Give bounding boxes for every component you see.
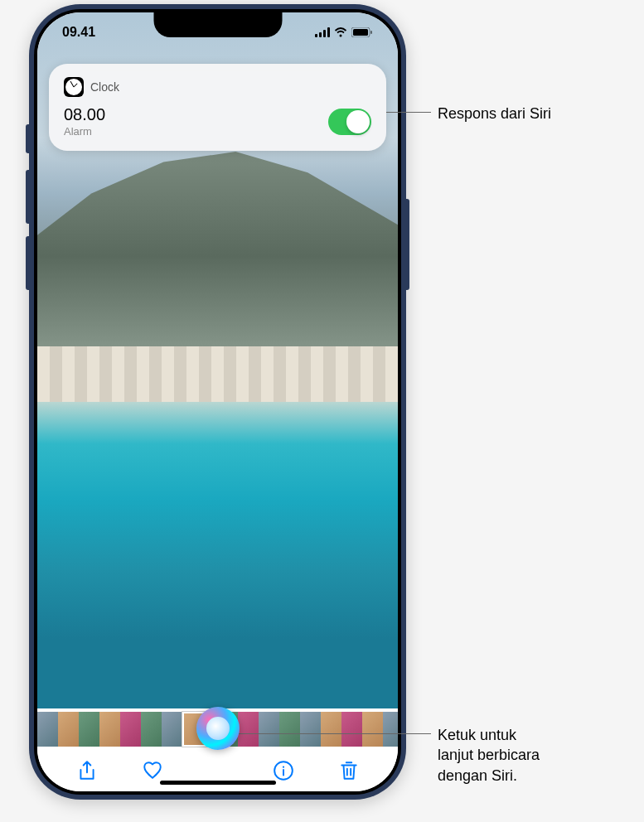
svg-rect-0 <box>315 34 317 37</box>
phone-frame: 09.41 <box>29 4 406 800</box>
thumbnail[interactable] <box>120 712 141 747</box>
home-indicator[interactable] <box>160 781 276 785</box>
siri-card-body: 08.00 Alarm <box>64 105 371 138</box>
thumbnail[interactable] <box>99 712 120 747</box>
photo-mountain <box>37 152 398 360</box>
notch <box>153 12 282 37</box>
status-time: 09.41 <box>62 25 95 40</box>
thumbnail[interactable] <box>341 712 362 747</box>
thumbnail[interactable] <box>383 712 398 747</box>
battery-icon <box>351 27 373 37</box>
thumbnail[interactable] <box>141 712 162 747</box>
svg-rect-6 <box>353 29 368 36</box>
callout-siri-response: Respons dari Siri <box>438 104 551 123</box>
svg-point-4 <box>340 35 342 37</box>
siri-app-name: Clock <box>90 80 119 94</box>
alarm-toggle[interactable] <box>328 109 371 135</box>
mute-switch[interactable] <box>26 124 29 153</box>
bottom-toolbar <box>37 750 398 791</box>
trash-icon[interactable] <box>338 760 360 781</box>
wifi-icon <box>334 27 347 37</box>
callout-siri-tap: Ketuk untuk lanjut berbicara dengan Siri… <box>438 725 540 786</box>
svg-rect-2 <box>323 30 326 37</box>
signal-icon <box>315 27 330 37</box>
callout-line <box>380 112 431 113</box>
thumbnail[interactable] <box>279 712 300 747</box>
volume-down-button[interactable] <box>26 236 29 290</box>
svg-rect-7 <box>370 31 372 34</box>
power-button[interactable] <box>406 199 409 290</box>
thumbnail[interactable] <box>238 712 259 747</box>
heart-icon[interactable] <box>142 760 163 781</box>
status-icons <box>315 27 373 37</box>
thumbnail[interactable] <box>37 712 58 747</box>
thumbnail[interactable] <box>79 712 99 747</box>
siri-orb[interactable] <box>196 707 240 750</box>
toggle-knob <box>346 110 370 133</box>
alarm-time: 08.00 <box>64 105 105 124</box>
siri-card-text: 08.00 Alarm <box>64 105 105 138</box>
svg-rect-3 <box>327 27 330 37</box>
share-icon[interactable] <box>76 760 98 781</box>
thumbnail[interactable] <box>259 712 279 747</box>
phone-inner: 09.41 <box>34 9 401 795</box>
thumbnail[interactable] <box>321 712 341 747</box>
svg-rect-1 <box>319 32 322 37</box>
svg-point-9 <box>282 766 283 768</box>
thumbnail[interactable] <box>362 712 383 747</box>
thumbnail[interactable] <box>58 712 79 747</box>
screen: 09.41 <box>37 12 398 791</box>
alarm-label: Alarm <box>64 125 105 138</box>
thumbnail[interactable] <box>162 712 182 747</box>
volume-up-button[interactable] <box>26 170 29 224</box>
thumbnail[interactable] <box>300 712 321 747</box>
photo-buildings <box>37 346 398 402</box>
info-icon[interactable] <box>273 760 294 781</box>
clock-app-icon <box>64 77 84 97</box>
siri-response-card[interactable]: Clock 08.00 Alarm <box>49 64 386 151</box>
callout-line <box>232 733 431 734</box>
siri-card-header: Clock <box>64 77 371 97</box>
